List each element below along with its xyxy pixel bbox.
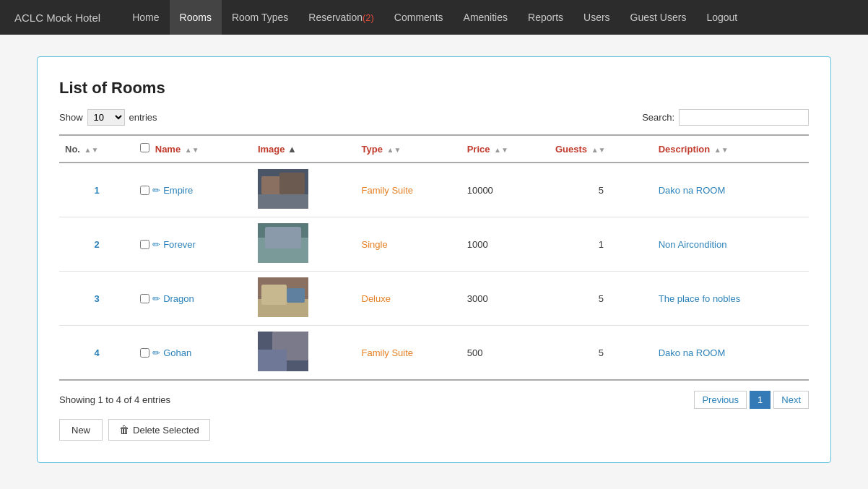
page-1-button[interactable]: 1 [750, 391, 771, 409]
nav-link-comments[interactable]: Comments [384, 0, 453, 35]
row-checkbox-2[interactable] [140, 240, 149, 249]
nav-item-reservation[interactable]: Reservation (2) [298, 0, 384, 35]
cell-image-2 [252, 217, 356, 272]
cell-image-4 [252, 326, 356, 381]
sort-no-icon: ▲▼ [84, 146, 99, 154]
col-header-image[interactable]: Image ▲ [252, 135, 356, 163]
brand-name: ACLC Mock Hotel [14, 12, 100, 24]
search-label: Search: [642, 112, 674, 123]
cell-no-3: 3 [59, 272, 134, 326]
cell-type-1: Family Suite [356, 163, 461, 217]
page-title: List of Rooms [59, 79, 809, 98]
nav-item-guestusers[interactable]: Guest Users [620, 0, 697, 35]
main-container: List of Rooms Show 10 25 50 100 entries … [37, 56, 831, 463]
nav-link-logout[interactable]: Logout [696, 0, 747, 35]
edit-icon-1[interactable]: ✏ [152, 185, 160, 196]
edit-icon-2[interactable]: ✏ [152, 239, 160, 250]
edit-icon-3[interactable]: ✏ [152, 293, 160, 304]
cell-price-1: 10000 [461, 163, 550, 217]
nav-link-amenities[interactable]: Amenities [453, 0, 518, 35]
cell-no-2: 2 [59, 217, 134, 272]
cell-guests-1: 5 [550, 163, 653, 217]
row-checkbox-1[interactable] [140, 186, 149, 195]
cell-name-1: ✏ Empire [134, 163, 252, 217]
col-header-price[interactable]: Price ▲▼ [461, 135, 550, 163]
cell-image-1 [252, 163, 356, 217]
cell-no-4: 4 [59, 326, 134, 381]
sort-image-icon: ▲ [287, 144, 297, 155]
cell-no-1: 1 [59, 163, 134, 217]
show-label: Show [59, 112, 83, 123]
bottom-actions: New 🗑 Delete Selected [59, 419, 809, 441]
cell-name-3: ✏ Dragon [134, 272, 252, 326]
prev-button[interactable]: Previous [694, 391, 747, 409]
nav-link-users[interactable]: Users [573, 0, 620, 35]
nav-link-guestusers[interactable]: Guest Users [620, 0, 697, 35]
nav-item-logout[interactable]: Logout [696, 0, 747, 35]
delete-label: Delete Selected [133, 425, 199, 436]
sort-guests-icon: ▲▼ [591, 146, 606, 154]
col-header-name[interactable]: Name ▲▼ [134, 135, 252, 163]
room-link-3[interactable]: Dragon [163, 293, 194, 304]
edit-icon-4[interactable]: ✏ [152, 347, 160, 358]
nav-item-reports[interactable]: Reports [518, 0, 573, 35]
table-row: 1 ✏ Empire Family Suite [59, 163, 809, 217]
nav-item-rooms[interactable]: Rooms [170, 0, 222, 35]
next-button[interactable]: Next [773, 391, 809, 409]
nav-item-users[interactable]: Users [573, 0, 620, 35]
nav-link-home[interactable]: Home [122, 0, 169, 35]
cell-type-2: Single [356, 217, 461, 272]
search-box: Search: [642, 109, 809, 126]
navbar: ACLC Mock Hotel Home Rooms Room Types Re… [0, 0, 868, 35]
cell-guests-4: 5 [550, 326, 653, 381]
cell-image-3 [252, 272, 356, 326]
nav-link-reservation[interactable]: Reservation (2) [298, 0, 384, 35]
col-header-guests[interactable]: Guests ▲▼ [550, 135, 653, 163]
sort-price-icon: ▲▼ [494, 146, 508, 154]
room-thumbnail-3 [258, 277, 308, 317]
table-row: 2 ✏ Forever Single [59, 217, 809, 272]
svg-rect-10 [287, 288, 305, 303]
room-link-1[interactable]: Empire [163, 185, 193, 196]
row-checkbox-4[interactable] [140, 348, 149, 358]
new-button[interactable]: New [59, 419, 103, 441]
table-footer: Showing 1 to 4 of 4 entries Previous 1 N… [59, 391, 809, 409]
nav-item-comments[interactable]: Comments [384, 0, 453, 35]
row-checkbox-3[interactable] [140, 294, 149, 303]
table-row: 3 ✏ Dragon Deluxe 3 [59, 272, 809, 326]
col-header-no[interactable]: No. ▲▼ [59, 135, 134, 163]
cell-guests-2: 1 [550, 217, 653, 272]
cell-name-2: ✏ Forever [134, 217, 252, 272]
cell-desc-3: The place fo nobles [653, 272, 809, 326]
nav-link-rooms[interactable]: Rooms [170, 0, 222, 35]
cell-desc-2: Non Aircondition [653, 217, 809, 272]
trash-icon: 🗑 [119, 424, 129, 436]
svg-rect-13 [258, 350, 287, 371]
sort-name-icon: ▲▼ [185, 146, 199, 154]
nav-item-home[interactable]: Home [122, 0, 169, 35]
nav-link-reports[interactable]: Reports [518, 0, 573, 35]
showing-info: Showing 1 to 4 of 4 entries [59, 394, 170, 405]
select-all-checkbox[interactable] [140, 143, 149, 152]
nav-link-roomtypes[interactable]: Room Types [222, 0, 298, 35]
nav-item-amenities[interactable]: Amenities [453, 0, 518, 35]
svg-rect-6 [265, 227, 301, 248]
col-header-type[interactable]: Type ▲▼ [356, 135, 461, 163]
cell-guests-3: 5 [550, 272, 653, 326]
entries-label: entries [129, 112, 157, 123]
entries-select[interactable]: 10 25 50 100 [87, 109, 125, 126]
col-header-description[interactable]: Description ▲▼ [653, 135, 809, 163]
cell-price-4: 500 [461, 326, 550, 381]
rooms-table: No. ▲▼ Name ▲▼ Image ▲ Type ▲▼ Price ▲▼ … [59, 134, 809, 381]
nav-item-roomtypes[interactable]: Room Types [222, 0, 298, 35]
svg-rect-9 [261, 285, 287, 305]
cell-price-3: 3000 [461, 272, 550, 326]
room-link-2[interactable]: Forever [163, 239, 196, 250]
reservation-badge: (2) [363, 12, 374, 23]
search-input[interactable] [679, 109, 809, 126]
svg-rect-2 [279, 173, 305, 194]
delete-button[interactable]: 🗑 Delete Selected [108, 419, 210, 441]
room-thumbnail-2 [258, 223, 308, 263]
room-link-4[interactable]: Gohan [163, 347, 191, 358]
cell-price-2: 1000 [461, 217, 550, 272]
